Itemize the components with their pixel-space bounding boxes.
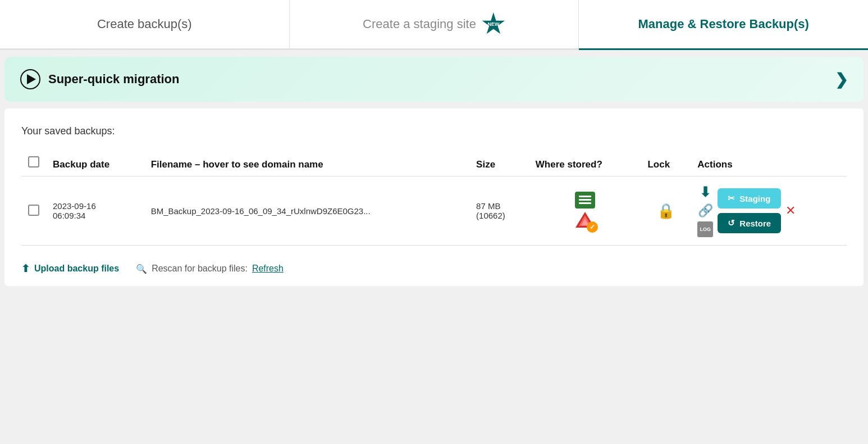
staging-button[interactable]: ✂ Staging — [718, 188, 781, 209]
action-buttons: ✂ Staging ↺ Restore — [718, 188, 781, 233]
play-triangle — [27, 74, 36, 84]
upload-backup-button[interactable]: ⬆ Upload backup files — [21, 262, 119, 275]
chevron-down-icon: ❯ — [835, 70, 848, 89]
tab-create-staging[interactable]: Create a staging site NEW — [290, 0, 579, 50]
tab-bar: Create backup(s) Create a staging site N… — [0, 0, 868, 50]
db-line-1 — [579, 196, 591, 197]
where-stored-cell: ✓ — [529, 176, 641, 246]
backup-filename: BM_Backup_2023-09-16_06_09_34_rUxlnwD9Z6… — [151, 206, 371, 216]
download-icon[interactable]: ⬇ — [700, 184, 711, 200]
lock-cell: 🔒 — [641, 176, 691, 246]
th-filename: Filename – hover to see domain name — [144, 151, 469, 176]
delete-icon[interactable]: ✕ — [785, 203, 796, 218]
th-backup-date: Backup date — [46, 151, 144, 176]
footer-actions: ⬆ Upload backup files 🔍 Rescan for backu… — [21, 257, 847, 275]
refresh-icon: ↺ — [728, 218, 735, 228]
filename-cell: BM_Backup_2023-09-16_06_09_34_rUxlnwD9Z6… — [144, 176, 469, 246]
th-where-stored: Where stored? — [529, 151, 641, 176]
size-cell: 87 MB(10662) — [469, 176, 529, 246]
lock-icon: 🔒 — [647, 202, 684, 220]
search-icon: 🔍 — [136, 264, 147, 274]
saved-backups-label: Your saved backups: — [21, 125, 847, 137]
play-icon — [20, 69, 40, 89]
rescan-label: Rescan for backup files: — [152, 264, 248, 274]
backup-size: 87 MB(10662) — [476, 201, 505, 220]
rescan-text: 🔍 Rescan for backup files: Refresh — [136, 264, 284, 274]
th-lock: Lock — [641, 151, 691, 176]
db-line-3 — [579, 202, 591, 204]
actions-container: ⬇ 🔗 LOG ✂ Staging ↺ — [697, 184, 840, 237]
tab-manage-restore[interactable]: Manage & Restore Backup(s) — [579, 0, 868, 50]
th-checkbox — [21, 151, 46, 176]
select-all-checkbox[interactable] — [28, 156, 39, 167]
backup-date: 2023-09-1606:09:34 — [53, 201, 138, 220]
table-header-row: Backup date Filename – hover to see doma… — [21, 151, 847, 176]
refresh-link[interactable]: Refresh — [252, 264, 284, 274]
server-db-icon — [575, 192, 595, 209]
tab-create-backups-label: Create backup(s) — [97, 17, 192, 31]
where-stored-icons: ✓ — [536, 192, 634, 230]
th-size: Size — [469, 151, 529, 176]
restore-button[interactable]: ↺ Restore — [718, 213, 781, 233]
drive-icon-wrapper: ✓ — [574, 211, 596, 230]
main-content: Your saved backups: Backup date Filename… — [4, 108, 864, 286]
verified-checkmark: ✓ — [587, 221, 598, 233]
new-badge: NEW — [482, 12, 505, 36]
log-icon[interactable]: LOG — [697, 221, 713, 237]
action-icon-group: ⬇ 🔗 LOG — [697, 184, 713, 237]
link-icon[interactable]: 🔗 — [698, 203, 713, 218]
restore-label: Restore — [739, 219, 771, 228]
th-actions: Actions — [691, 151, 847, 176]
tab-create-staging-label: Create a staging site — [363, 17, 476, 31]
table-row: 2023-09-1606:09:34 BM_Backup_2023-09-16_… — [21, 176, 847, 246]
upload-arrow-icon: ⬆ — [21, 262, 30, 275]
row-checkbox[interactable] — [28, 205, 39, 216]
backup-date-cell: 2023-09-1606:09:34 — [46, 176, 144, 246]
tab-create-backups[interactable]: Create backup(s) — [0, 0, 290, 50]
db-line-2 — [579, 199, 591, 201]
row-checkbox-cell — [21, 176, 46, 246]
log-text: LOG — [700, 226, 711, 232]
migration-banner[interactable]: Super-quick migration ❯ — [4, 57, 864, 102]
scissors-icon: ✂ — [728, 193, 735, 203]
backup-table: Backup date Filename – hover to see doma… — [21, 151, 847, 246]
tab-manage-restore-label: Manage & Restore Backup(s) — [638, 17, 808, 31]
upload-label: Upload backup files — [34, 264, 119, 274]
staging-label: Staging — [739, 194, 770, 203]
migration-banner-left: Super-quick migration — [20, 69, 179, 89]
migration-title: Super-quick migration — [48, 72, 179, 87]
actions-cell: ⬇ 🔗 LOG ✂ Staging ↺ — [691, 176, 847, 246]
